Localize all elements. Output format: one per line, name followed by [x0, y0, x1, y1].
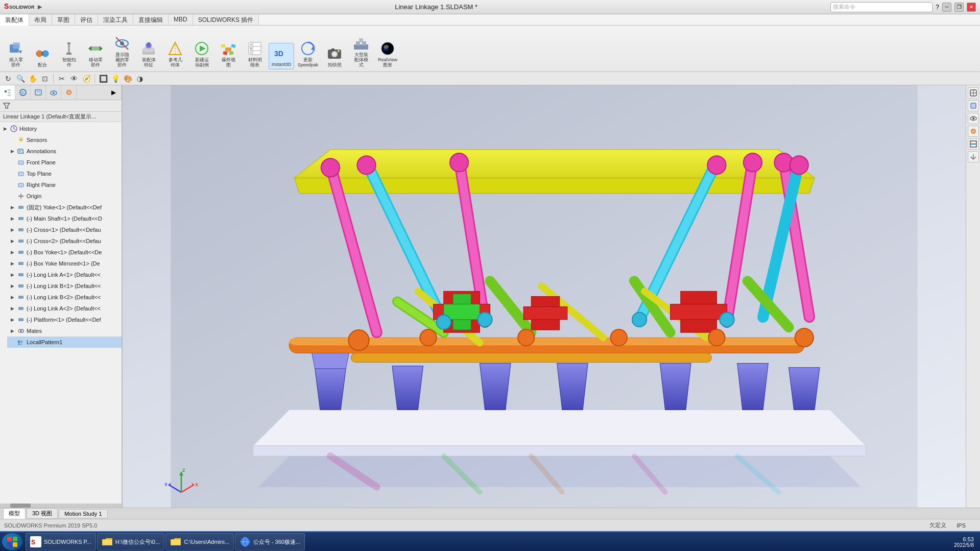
- expand-longlinka2[interactable]: ▶: [9, 305, 15, 312]
- shadows-icon[interactable]: ◑: [135, 74, 145, 84]
- taskbar-solidworks[interactable]: S SOLIDWORKS P...: [26, 533, 96, 550]
- tab-model[interactable]: 模型: [3, 508, 26, 519]
- expand-boxyoke1[interactable]: ▶: [9, 249, 15, 255]
- minimize-button[interactable]: ─: [942, 3, 951, 12]
- tab-sketch[interactable]: 草图: [52, 14, 75, 25]
- btn-realview[interactable]: 3D RealView图形: [375, 39, 400, 69]
- expand-panel-btn[interactable]: ▶: [106, 85, 122, 100]
- lights-icon[interactable]: 💡: [110, 74, 121, 84]
- tree-item-cross2[interactable]: ▶ (-) Cross<2> (Default<<Defau: [7, 235, 122, 247]
- tab-mbd[interactable]: MBD: [169, 14, 193, 25]
- expand-cross1[interactable]: ▶: [9, 227, 15, 233]
- svg-point-144: [357, 156, 375, 174]
- rp-hide-show[interactable]: [968, 113, 979, 124]
- expand-longlinkb1[interactable]: ▶: [9, 283, 15, 289]
- pan-icon[interactable]: ✋: [28, 74, 38, 84]
- hide-icon[interactable]: 👁: [69, 74, 79, 84]
- tree-item-longlinkb2[interactable]: ▶ (-) Long Link B<2> (Default<<: [7, 292, 122, 303]
- expand-annotations[interactable]: ▶: [9, 148, 15, 154]
- tab-property-manager[interactable]: P: [15, 85, 31, 100]
- orient-icon[interactable]: 🧭: [81, 74, 91, 84]
- start-button[interactable]: [2, 533, 22, 550]
- expand-longlinkb2[interactable]: ▶: [9, 294, 15, 300]
- search-input[interactable]: 搜索命令: [830, 2, 933, 12]
- btn-bom[interactable]: A B C 材料明细表: [242, 39, 268, 69]
- expand-mates[interactable]: ▶: [9, 328, 15, 334]
- taskbar-explorer1[interactable]: H:\微信公众号\0...: [97, 533, 164, 550]
- tree-item-annotations[interactable]: ▶ Annotations: [7, 146, 122, 157]
- tree-item-origin[interactable]: ▶ Origin: [7, 190, 122, 202]
- btn-new-motion[interactable]: 新建运动副例: [189, 39, 214, 69]
- units-display[interactable]: IPS: [957, 522, 966, 529]
- color-icon[interactable]: 🎨: [123, 74, 133, 84]
- btn-update-speedpak[interactable]: 更新Speedpak: [295, 39, 321, 69]
- restore-button[interactable]: ❐: [954, 3, 964, 12]
- realview-icon: 3D: [379, 40, 396, 57]
- tree-item-boxyoke1[interactable]: ▶ (-) Box Yoke<1> (Default<<De: [7, 247, 122, 258]
- tree-item-mates[interactable]: ▶ Mates: [7, 325, 122, 337]
- expand-platform1[interactable]: ▶: [9, 317, 15, 323]
- tree-item-mainshaft[interactable]: ▶ (-) Main Shaft<1> (Default<<D: [7, 213, 122, 224]
- tree-item-platform1[interactable]: ▶ (-) Platform<1> (Default<<Def: [7, 314, 122, 325]
- btn-snapshot[interactable]: 拍快照: [322, 44, 347, 69]
- expand-yoke1[interactable]: ▶: [9, 204, 15, 210]
- tree-item-yoke1[interactable]: ▶ (固定) Yoke<1> (Default<<Def: [7, 202, 122, 213]
- help-icon[interactable]: ?: [936, 4, 939, 11]
- expand-cross2[interactable]: ▶: [9, 238, 15, 244]
- tab-evaluate[interactable]: 评估: [75, 14, 98, 25]
- fit-icon[interactable]: ⊡: [40, 74, 50, 84]
- btn-ref-geometry[interactable]: 参考几何体: [162, 39, 188, 69]
- btn-mate[interactable]: 配合: [30, 44, 55, 69]
- close-button[interactable]: ✕: [967, 3, 976, 12]
- btn-explode[interactable]: 爆炸视图: [216, 39, 241, 69]
- rp-view-orient[interactable]: [968, 87, 979, 99]
- expand-mainshaft[interactable]: ▶: [9, 215, 15, 222]
- btn-show-hide[interactable]: 显示隐藏的零部件: [109, 34, 135, 69]
- viewport[interactable]: X Y Z: [123, 85, 966, 508]
- expand-history[interactable]: ▶: [2, 126, 8, 132]
- btn-assembly-feature[interactable]: 装配体特征: [136, 39, 161, 69]
- zoom-icon[interactable]: 🔍: [15, 74, 26, 84]
- btn-instant3d[interactable]: 3D Instant3D: [269, 43, 294, 69]
- btn-move-component[interactable]: 移动零部件: [83, 39, 108, 69]
- tree-item-longlinkb1[interactable]: ▶ (-) Long Link B<1> (Default<<: [7, 280, 122, 292]
- taskbar-browser[interactable]: 公众号 - 360极速...: [235, 533, 305, 550]
- horizontal-scrollbar[interactable]: [0, 504, 122, 508]
- tab-3d-view[interactable]: 3D 视图: [27, 508, 58, 519]
- tab-appearance-manager[interactable]: [61, 85, 77, 100]
- tab-direct-edit[interactable]: 直接编辑: [133, 14, 169, 25]
- tree-item-longlinka2[interactable]: ▶ (-) Long Link A<2> (Default<<: [7, 303, 122, 314]
- btn-large-assembly[interactable]: 大型装配体模式: [348, 34, 374, 69]
- tree-item-right-plane[interactable]: ▶ Right Plane: [7, 179, 122, 190]
- btn-smart-fastener[interactable]: 智能扣件: [56, 39, 82, 69]
- tab-config-manager[interactable]: [31, 85, 46, 100]
- tree-item-boxyokemirrored[interactable]: ▶ (-) Box Yoke Mirrored<1> (De: [7, 258, 122, 269]
- tree-item-front-plane[interactable]: ▶ Front Plane: [7, 157, 122, 168]
- section-view-icon[interactable]: ✂: [57, 74, 67, 84]
- rp-view-axes[interactable]: [968, 151, 979, 162]
- tree-item-sensors[interactable]: ▶ Sensors: [7, 134, 122, 146]
- tab-motion-study[interactable]: Motion Study 1: [59, 509, 107, 518]
- tree-item-history[interactable]: ▶ History: [0, 123, 122, 134]
- tab-render[interactable]: 渲染工具: [98, 14, 133, 25]
- tab-layout[interactable]: 布局: [29, 14, 52, 25]
- btn-insert-component[interactable]: 插入零部件: [3, 39, 29, 69]
- rp-display-style[interactable]: [968, 100, 979, 111]
- rotate-icon[interactable]: ↻: [3, 74, 13, 84]
- expand-longlinka1[interactable]: ▶: [9, 272, 15, 278]
- rp-edit-appearance[interactable]: [968, 126, 979, 137]
- tab-feature-manager[interactable]: [0, 85, 15, 100]
- display-style-icon[interactable]: 🔲: [98, 74, 108, 84]
- tree-item-top-plane[interactable]: ▶ Top Plane: [7, 168, 122, 179]
- tab-display-manager[interactable]: [46, 85, 61, 100]
- scrollbar-thumb[interactable]: [10, 504, 31, 508]
- tree-item-longlinka1[interactable]: ▶ (-) Long Link A<1> (Default<<: [7, 269, 122, 280]
- tab-assembly[interactable]: 装配体: [0, 14, 29, 26]
- nav-arrows[interactable]: ▶: [38, 4, 42, 10]
- rp-section-view[interactable]: [968, 138, 979, 150]
- tab-plugins[interactable]: SOLIDWORKS 插件: [193, 14, 259, 25]
- tree-item-cross1[interactable]: ▶ (-) Cross<1> (Default<<Defau: [7, 224, 122, 235]
- expand-boxyokemirrored[interactable]: ▶: [9, 260, 15, 267]
- tree-item-localpattern[interactable]: ▶ LocallPattern1: [7, 337, 122, 348]
- taskbar-explorer2[interactable]: C:\Users\Admini...: [165, 533, 234, 550]
